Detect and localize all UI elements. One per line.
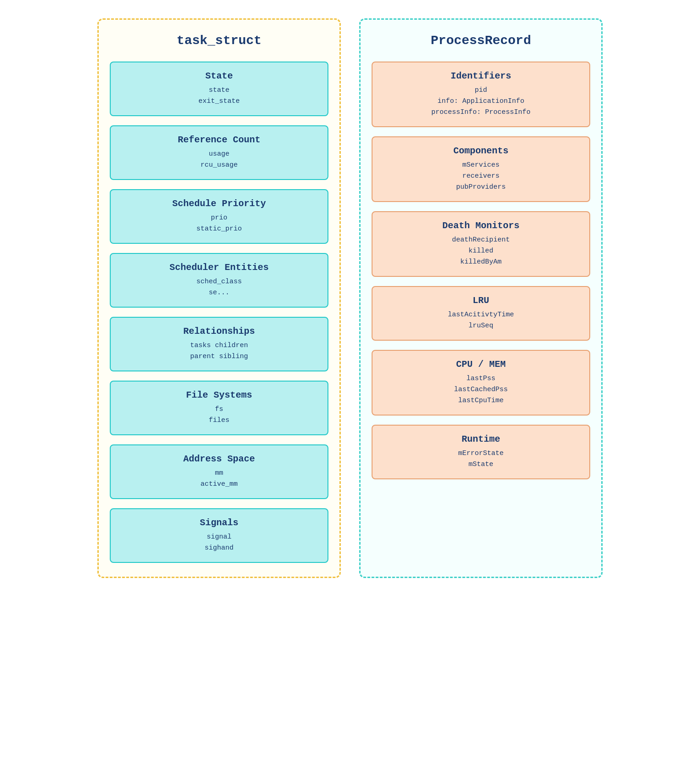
card-fields-7: signalsighand	[118, 532, 320, 554]
card-fields-3: sched_classse...	[118, 276, 320, 298]
task-struct-card-6: Address Spacemmactive_mm	[110, 444, 328, 499]
process-record-card-0: Identifierspidinfo: ApplicationInfoproce…	[372, 62, 590, 127]
pr-card-title-3: LRU	[380, 295, 582, 306]
pr-card-fields-2: deathRecipientkilledkilledByAm	[380, 235, 582, 268]
card-title-5: File Systems	[118, 390, 320, 400]
process-record-title: ProcessRecord	[372, 34, 590, 48]
card-title-4: Relationships	[118, 326, 320, 337]
pr-card-title-4: CPU / MEM	[380, 359, 582, 370]
task-struct-card-7: Signalssignalsighand	[110, 508, 328, 563]
card-fields-1: usagercu_usage	[118, 149, 320, 171]
pr-card-title-5: Runtime	[380, 434, 582, 444]
pr-card-fields-0: pidinfo: ApplicationInfoprocessInfo: Pro…	[380, 85, 582, 118]
task-struct-card-0: Statestateexit_state	[110, 62, 328, 116]
process-record-card-3: LRUlastAcitivtyTimelruSeq	[372, 286, 590, 341]
card-title-0: State	[118, 71, 320, 81]
pr-card-fields-4: lastPsslastCachedPsslastCpuTime	[380, 373, 582, 406]
task-struct-column: task_struct Statestateexit_stateReferenc…	[97, 18, 341, 578]
card-fields-0: stateexit_state	[118, 85, 320, 107]
process-record-card-5: RuntimemErrorStatemState	[372, 425, 590, 479]
task-struct-card-1: Reference Countusagercu_usage	[110, 125, 328, 180]
process-record-card-1: ComponentsmServicesreceiverspubProviders	[372, 136, 590, 202]
card-title-3: Scheduler Entities	[118, 262, 320, 273]
process-record-card-2: Death MonitorsdeathRecipientkilledkilled…	[372, 211, 590, 277]
card-title-2: Schedule Priority	[118, 198, 320, 209]
task-struct-card-4: Relationshipstasks childrenparent siblin…	[110, 317, 328, 371]
pr-card-title-1: Components	[380, 146, 582, 156]
pr-card-fields-1: mServicesreceiverspubProviders	[380, 160, 582, 193]
card-fields-2: priostatic_prio	[118, 213, 320, 235]
pr-card-fields-3: lastAcitivtyTimelruSeq	[380, 309, 582, 331]
task-struct-card-5: File Systemsfsfiles	[110, 381, 328, 435]
card-fields-4: tasks childrenparent sibling	[118, 340, 320, 362]
diagram-container: task_struct Statestateexit_stateReferenc…	[97, 18, 603, 578]
card-title-1: Reference Count	[118, 135, 320, 145]
task-struct-card-2: Schedule Prioritypriostatic_prio	[110, 189, 328, 244]
pr-card-title-2: Death Monitors	[380, 220, 582, 231]
pr-card-title-0: Identifiers	[380, 71, 582, 81]
pr-card-fields-5: mErrorStatemState	[380, 448, 582, 470]
task-struct-card-3: Scheduler Entitiessched_classse...	[110, 253, 328, 308]
card-title-6: Address Space	[118, 454, 320, 464]
card-fields-6: mmactive_mm	[118, 468, 320, 490]
task-struct-title: task_struct	[110, 34, 328, 48]
card-title-7: Signals	[118, 517, 320, 528]
card-fields-5: fsfiles	[118, 404, 320, 426]
process-record-card-4: CPU / MEMlastPsslastCachedPsslastCpuTime	[372, 350, 590, 416]
process-record-column: ProcessRecord Identifierspidinfo: Applic…	[359, 18, 603, 578]
